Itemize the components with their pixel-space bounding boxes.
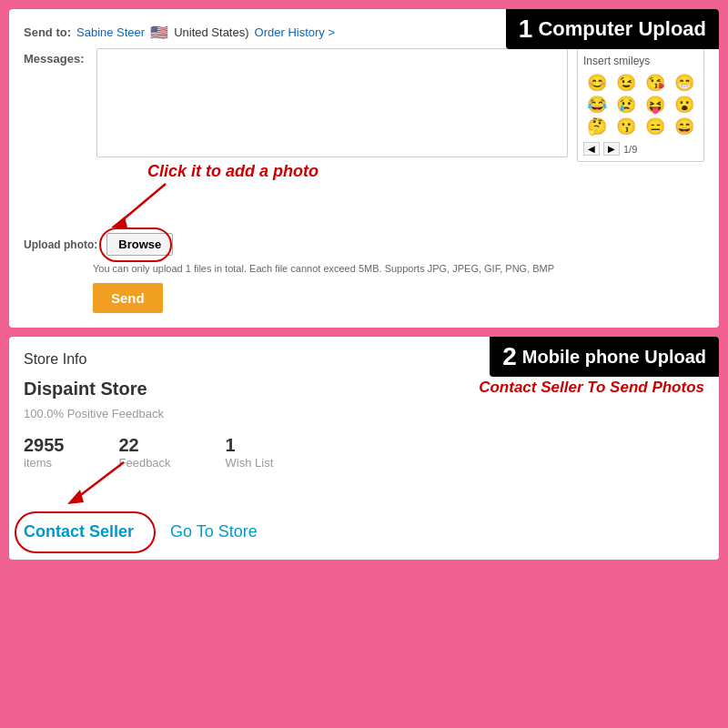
smileys-nav: ◀ ▶ 1/9	[583, 142, 698, 156]
send-to-country: United States)	[174, 25, 248, 39]
send-button[interactable]: Send	[93, 283, 163, 313]
smileys-next-btn[interactable]: ▶	[603, 142, 620, 156]
smiley-5[interactable]: 😂	[583, 95, 611, 115]
messages-row: Messages: Insert smileys 😊 😉 😘 😁 😂 😢 😝 😮…	[24, 48, 704, 162]
smiley-1[interactable]: 😊	[583, 73, 611, 93]
smiley-11[interactable]: 😑	[642, 116, 669, 136]
browse-button[interactable]: Browse	[106, 233, 173, 256]
order-history-link[interactable]: Order History >	[255, 25, 336, 39]
flag-icon: 🇺🇸	[150, 24, 168, 41]
smiley-8[interactable]: 😮	[671, 95, 698, 115]
stat-items-number: 2955	[24, 435, 65, 456]
smiley-9[interactable]: 🤔	[583, 116, 611, 136]
smiley-12[interactable]: 😄	[671, 116, 698, 136]
store-name: Dispaint Store	[24, 379, 147, 399]
smiley-2[interactable]: 😉	[612, 73, 640, 93]
browse-btn-wrapper: Browse	[106, 233, 173, 256]
top-section-title: Computer Upload	[538, 17, 706, 41]
main-container: 1 Computer Upload Send to: Sabine Steer …	[9, 9, 719, 560]
smileys-grid: 😊 😉 😘 😁 😂 😢 😝 😮 🤔 😗 😑 😄	[583, 73, 698, 136]
section-top: 1 Computer Upload Send to: Sabine Steer …	[9, 9, 719, 328]
send-to-name: Sabine Steer	[76, 25, 145, 39]
contact-seller-wrapper: Contact Seller	[24, 519, 134, 545]
smiley-10[interactable]: 😗	[612, 116, 640, 136]
top-section-number: 1	[519, 15, 533, 44]
section-bottom: 2 Mobile phone Upload Store Info Dispain…	[9, 337, 719, 560]
go-to-store-link[interactable]: Go To Store	[170, 522, 258, 541]
upload-info: You can only upload 1 files in total. Ea…	[93, 263, 704, 274]
upload-photo-row: Upload photo: Browse	[24, 233, 704, 256]
click-arrow	[102, 182, 175, 228]
upload-photo-label: Upload photo:	[24, 238, 97, 251]
action-row: Contact Seller Go To Store	[24, 519, 704, 545]
smiley-6[interactable]: 😢	[612, 95, 640, 115]
click-annotation: Click it to add a photo	[147, 162, 318, 181]
stat-wishlist: 1 Wish List	[226, 435, 274, 470]
contact-annotation: Contact Seller To Send Photos	[479, 379, 704, 397]
stat-wishlist-number: 1	[226, 435, 274, 456]
bottom-section-number: 2	[502, 342, 517, 371]
smileys-prev-btn[interactable]: ◀	[583, 142, 600, 156]
positive-feedback: 100.0% Positive Feedback	[24, 407, 704, 420]
smiley-7[interactable]: 😝	[642, 95, 669, 115]
smileys-title: Insert smileys	[583, 55, 698, 67]
svg-marker-3	[67, 490, 84, 504]
smiley-4[interactable]: 😁	[671, 73, 698, 93]
svg-line-0	[120, 184, 166, 222]
stat-wishlist-label: Wish List	[226, 456, 274, 470]
top-section-header: 1 Computer Upload	[506, 9, 719, 49]
smileys-panel: Insert smileys 😊 😉 😘 😁 😂 😢 😝 😮 🤔 😗 😑 😄	[577, 48, 704, 162]
svg-marker-1	[111, 217, 127, 228]
messages-label: Messages:	[24, 48, 87, 162]
bottom-section-title: Mobile phone Upload	[522, 347, 706, 368]
smiley-3[interactable]: 😘	[642, 73, 669, 93]
message-input[interactable]	[96, 48, 568, 157]
bottom-arrow	[51, 460, 142, 506]
smileys-page: 1/9	[623, 144, 637, 155]
stat-feedback-number: 22	[119, 435, 171, 456]
bottom-section-header: 2 Mobile phone Upload	[490, 337, 719, 377]
svg-line-2	[78, 462, 124, 497]
send-to-label: Send to:	[24, 25, 71, 39]
contact-seller-link[interactable]: Contact Seller	[24, 519, 134, 545]
